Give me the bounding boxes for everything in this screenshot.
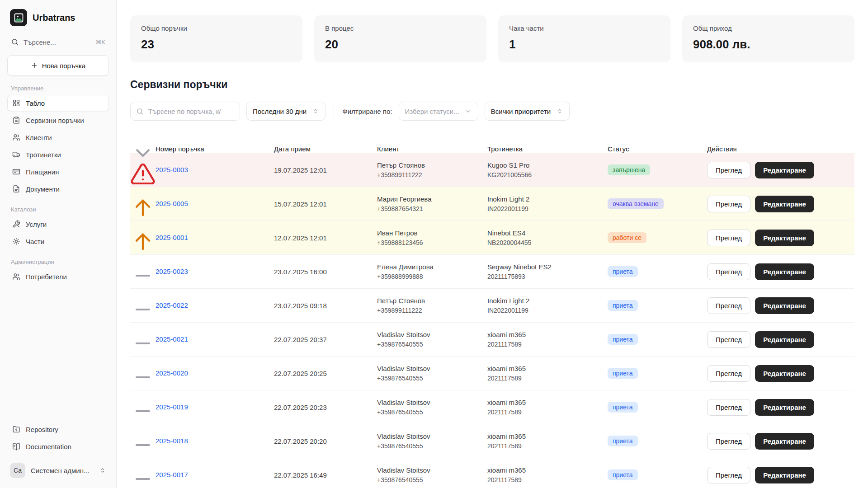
users-icon bbox=[12, 272, 20, 281]
stat-card: Чака части 1 bbox=[498, 15, 670, 62]
row-actions: Преглед Редактиране bbox=[707, 162, 854, 178]
orders-search-box[interactable] bbox=[130, 102, 240, 121]
sidebar-item-documentation[interactable]: Documentation bbox=[7, 438, 109, 455]
row-actions: Преглед Редактиране bbox=[707, 263, 854, 280]
row-actions: Преглед Редактиране bbox=[707, 331, 854, 348]
client-phone: +359876540555 bbox=[377, 408, 487, 416]
edit-button[interactable]: Редактиране bbox=[755, 196, 814, 212]
table-row: 2025-0017 22.07.2025 16:49 Vladislav Sto… bbox=[130, 458, 854, 488]
edit-button[interactable]: Редактиране bbox=[755, 162, 814, 178]
edit-button[interactable]: Редактиране bbox=[755, 230, 814, 246]
new-order-button[interactable]: Нова поръчка bbox=[7, 55, 109, 76]
orders-table: Номер поръчкаДата приемКлиентТротинеткаС… bbox=[130, 132, 854, 488]
sidebar-item-тротинетки[interactable]: Тротинетки bbox=[7, 146, 109, 163]
user-menu[interactable]: Са Системен админ... bbox=[7, 455, 109, 478]
nav-section: Каталози Услуги Части bbox=[7, 206, 109, 249]
edit-button[interactable]: Редактиране bbox=[755, 433, 814, 450]
order-number-link[interactable]: 2025-0023 bbox=[156, 267, 188, 275]
scooter-cell: xioami m365 2021117589 bbox=[487, 399, 608, 416]
view-button[interactable]: Преглед bbox=[707, 297, 750, 314]
status-filter-placeholder: Избери статуси... bbox=[405, 108, 459, 115]
view-button[interactable]: Преглед bbox=[707, 467, 750, 483]
sidebar-item-части[interactable]: Части bbox=[7, 233, 109, 249]
sidebar-item-клиенти[interactable]: Клиенти bbox=[7, 129, 109, 145]
sidebar-item-label: Клиенти bbox=[26, 134, 52, 141]
stat-value: 908.00 лв. bbox=[693, 38, 844, 52]
table-row: 2025-0023 23.07.2025 16:00 Елена Димитро… bbox=[130, 255, 854, 289]
view-button[interactable]: Преглед bbox=[707, 196, 750, 212]
clipboard-icon bbox=[12, 116, 20, 124]
users-icon bbox=[12, 133, 20, 141]
edit-button[interactable]: Редактиране bbox=[755, 331, 814, 348]
scooter-cell: Segway Ninebot ES2 20211175893 bbox=[487, 263, 608, 280]
sidebar-item-label: Документи bbox=[26, 185, 60, 193]
view-button[interactable]: Преглед bbox=[707, 263, 750, 280]
view-button[interactable]: Преглед bbox=[707, 331, 750, 348]
sidebar-item-label: Плащания bbox=[26, 168, 59, 176]
sidebar-item-табло[interactable]: Табло bbox=[7, 95, 109, 111]
client-phone: +359899111222 bbox=[377, 171, 487, 178]
edit-button[interactable]: Редактиране bbox=[755, 399, 814, 416]
order-number-link[interactable]: 2025-0018 bbox=[156, 437, 188, 445]
sidebar-item-услуги[interactable]: Услуги bbox=[7, 216, 109, 232]
edit-button[interactable]: Редактиране bbox=[755, 365, 814, 382]
sidebar-footer-links: Repository Documentation bbox=[7, 421, 109, 455]
orders-search-input[interactable] bbox=[147, 107, 234, 116]
nav-list: Потребители bbox=[7, 268, 109, 285]
sidebar-item-потребители[interactable]: Потребители bbox=[7, 268, 109, 285]
brand-row: Urbatrans bbox=[7, 8, 109, 33]
view-button[interactable]: Преглед bbox=[707, 162, 750, 178]
table-row: 2025-0020 22.07.2025 20:25 Vladislav Sto… bbox=[130, 357, 854, 390]
status-badge: очаква вземане bbox=[608, 198, 664, 209]
table-row: 2025-0018 22.07.2025 20:20 Vladislav Sto… bbox=[130, 424, 854, 458]
row-actions: Преглед Редактиране bbox=[707, 297, 854, 314]
edit-button[interactable]: Редактиране bbox=[755, 263, 814, 280]
alert-triangle-icon bbox=[130, 161, 156, 187]
view-button[interactable]: Преглед bbox=[707, 365, 750, 382]
client-cell: Vladislav Stoitsov +359876540555 bbox=[377, 466, 487, 483]
priority-filter-select[interactable]: Всички приоритети bbox=[485, 102, 570, 121]
sidebar-item-сервизни-поръчки[interactable]: Сервизни поръчки bbox=[7, 112, 109, 128]
table-row: 2025-0001 12.07.2025 12:01 Иван Петров +… bbox=[130, 221, 854, 255]
sidebar-item-документи[interactable]: Документи bbox=[7, 181, 109, 197]
sidebar-item-плащания[interactable]: Плащания bbox=[7, 164, 109, 180]
scooter-model: xioami m365 bbox=[487, 399, 608, 406]
order-date: 22.07.2025 20:25 bbox=[274, 370, 377, 377]
order-number-link[interactable]: 2025-0005 bbox=[156, 200, 188, 207]
minus-icon bbox=[130, 263, 156, 288]
client-name: Vladislav Stoitsov bbox=[377, 432, 487, 440]
order-number-link[interactable]: 2025-0001 bbox=[156, 234, 188, 241]
gear-icon bbox=[12, 237, 20, 245]
sidebar-item-label: Части bbox=[26, 238, 44, 245]
client-cell: Vladislav Stoitsov +359876540555 bbox=[377, 432, 487, 450]
edit-button[interactable]: Редактиране bbox=[755, 297, 814, 314]
nav-list: Табло Сервизни поръчки Клиенти Тротинетк… bbox=[7, 95, 109, 197]
view-button[interactable]: Преглед bbox=[707, 433, 750, 450]
order-number-link[interactable]: 2025-0017 bbox=[156, 471, 188, 479]
sidebar-item-repository[interactable]: Repository bbox=[7, 421, 109, 437]
view-button[interactable]: Преглед bbox=[707, 399, 750, 416]
view-button[interactable]: Преглед bbox=[707, 230, 750, 246]
order-number-link[interactable]: 2025-0020 bbox=[156, 369, 188, 377]
client-name: Елена Димитрова bbox=[377, 263, 487, 271]
sidebar-bottom: Repository Documentation Са Системен адм… bbox=[7, 421, 109, 478]
scooter-cell: xioami m365 2021117589 bbox=[487, 331, 608, 348]
stat-label: В процес bbox=[325, 24, 476, 32]
sidebar-item-label: Repository bbox=[26, 426, 58, 433]
order-number-link[interactable]: 2025-0019 bbox=[156, 403, 188, 411]
nav-section-label: Каталози bbox=[11, 206, 105, 213]
status-filter-select[interactable]: Избери статуси... bbox=[399, 102, 478, 121]
order-number-link[interactable]: 2025-0022 bbox=[156, 301, 188, 309]
edit-button[interactable]: Редактиране bbox=[755, 467, 814, 483]
scooter-serial: 2021117589 bbox=[487, 375, 608, 382]
tools-icon bbox=[12, 220, 20, 228]
minus-icon bbox=[130, 466, 156, 488]
client-cell: Мария Георгиева +359887654321 bbox=[377, 195, 487, 212]
period-select[interactable]: Последни 30 дни bbox=[246, 102, 326, 121]
scooter-cell: Kugoo S1 Pro KG2021005566 bbox=[487, 161, 608, 178]
order-number-link[interactable]: 2025-0003 bbox=[156, 166, 188, 174]
main-content: Общо поръчки 23 В процес 20 Чака части 1… bbox=[117, 0, 868, 488]
sidebar-search[interactable]: Търсене... ⌘K bbox=[7, 33, 109, 49]
order-number-link[interactable]: 2025-0021 bbox=[156, 335, 188, 343]
sidebar-item-label: Сервизни поръчки bbox=[26, 117, 84, 124]
